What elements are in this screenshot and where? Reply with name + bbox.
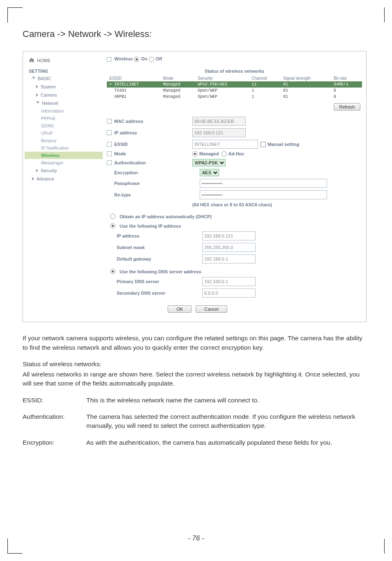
static-dns-radio[interactable] (110, 269, 115, 274)
cancel-button[interactable]: Cancel (196, 305, 227, 313)
sidebar-security[interactable]: Security (25, 166, 103, 175)
sidebar-home[interactable]: HOME (25, 55, 103, 66)
static-dns-label: Use the following DNS server address (120, 269, 201, 274)
col-signal: Signal strength (281, 75, 331, 81)
ip2-input[interactable] (202, 231, 256, 240)
static-ip-label: Use the following IP address (120, 224, 181, 229)
sidebar-wireless[interactable]: Wireless (25, 152, 103, 159)
table-header-row: ESSID Mode Security Channel Signal stren… (107, 75, 362, 81)
sidebar-upnp[interactable]: UPnP (25, 129, 103, 137)
square-bullet-icon (107, 119, 112, 124)
dhcp-radio[interactable] (110, 214, 115, 219)
sidebar: HOME SETTING BASIC System Camera Network… (23, 51, 103, 322)
sidebar-system-label: System (41, 84, 56, 89)
auth-term: Authentication: (23, 412, 86, 431)
home-label: HOME (37, 58, 51, 63)
ip-label: IP address (114, 130, 137, 135)
mode-label: Mode (114, 151, 126, 156)
passphrase-input[interactable] (200, 179, 327, 188)
col-essid: ESSID (107, 75, 161, 81)
enc-term: Encryption: (23, 438, 86, 447)
primary-dns-input[interactable] (202, 277, 256, 286)
table-row[interactable]: TX381 Managed Open/WEP 1 61 0 (107, 88, 362, 94)
sidebar-security-label: Security (41, 168, 57, 173)
gateway-input[interactable] (202, 254, 256, 263)
encryption-label: Encryption (114, 170, 138, 175)
ip-input (192, 128, 246, 137)
status-title: Status of wireless networks (107, 69, 362, 74)
intro-paragraph: If your network camera supports wireless… (23, 334, 369, 352)
sidebar-basic-label: BASIC (38, 76, 51, 81)
wireless-off-radio[interactable] (149, 57, 154, 62)
table-row[interactable]: XRPB1 Managed Open/WEP 1 61 0 (107, 94, 362, 100)
subnet-input[interactable] (202, 243, 256, 252)
wireless-on-radio[interactable] (134, 57, 139, 62)
crop-mark (384, 7, 385, 22)
square-bullet-icon (107, 130, 112, 135)
sidebar-network[interactable]: Network (25, 99, 103, 107)
sidebar-pppoe[interactable]: PPPoE (25, 115, 103, 122)
table-row[interactable]: > INTELLINET Managed WPA2-PSK/AES 11 91 … (107, 81, 362, 88)
cell-channel: 1 (249, 88, 281, 94)
passphrase-label: Passphrase (114, 181, 140, 186)
retype-label: Re-type (114, 192, 131, 197)
cell-channel: 11 (249, 81, 281, 88)
page-number: - 76 - (0, 534, 392, 543)
col-mode: Mode (161, 75, 195, 81)
cell-mode: Managed (161, 88, 195, 94)
dhcp-label: Obtain an IP address automatically (DHCP… (120, 214, 212, 219)
cell-signal: 61 (281, 94, 331, 100)
auth-body: The camera has selected the correct auth… (86, 412, 369, 431)
sidebar-camera[interactable]: Camera (25, 91, 103, 99)
status-body: All wireless networks in range are shown… (23, 370, 369, 388)
auth-select[interactable]: WPA2-PSK (192, 159, 226, 166)
ok-button[interactable]: OK (168, 305, 191, 313)
sidebar-ipnotification[interactable]: IP Notification (25, 144, 103, 152)
crop-mark (7, 7, 23, 23)
refresh-button[interactable]: Refresh (334, 103, 360, 111)
square-bullet-icon (107, 160, 112, 165)
cell-essid: > INTELLINET (107, 81, 161, 88)
cell-mode: Managed (161, 81, 195, 88)
mode-managed-radio[interactable] (192, 151, 198, 157)
sidebar-basic[interactable]: BASIC (25, 74, 103, 83)
mode-managed-label: Managed (199, 151, 219, 156)
mac-label: MAC address (114, 119, 143, 124)
manual-setting-checkbox[interactable] (261, 142, 266, 147)
col-channel: Channel (249, 75, 281, 81)
sidebar-information[interactable]: Information (25, 107, 103, 115)
manual-setting-label: Manual setting (267, 142, 299, 147)
cell-essid: TX381 (107, 88, 161, 94)
sidebar-messenger[interactable]: Messenger (25, 159, 103, 166)
ip2-label: IP address (117, 233, 139, 238)
sidebar-advance[interactable]: Advance (25, 175, 103, 183)
static-ip-radio[interactable] (110, 223, 115, 229)
sidebar-ddns[interactable]: DDNS (25, 122, 103, 129)
col-security: Security (195, 75, 249, 81)
gateway-label: Default gateway (117, 256, 151, 261)
cell-mode: Managed (161, 94, 195, 100)
body-text: If your network camera supports wireless… (23, 334, 369, 447)
retype-input[interactable] (200, 190, 327, 199)
wireless-toggle-row: Wireless On Off (107, 55, 362, 66)
secondary-dns-input[interactable] (202, 289, 256, 298)
sidebar-network-label: Network (42, 101, 58, 106)
cell-signal: 61 (281, 88, 331, 94)
wireless-on-label: On (141, 56, 147, 61)
wireless-scan-table: ESSID Mode Security Channel Signal stren… (107, 75, 362, 100)
sidebar-camera-label: Camera (41, 92, 57, 97)
cell-security: Open/WEP (195, 88, 249, 94)
enc-body: As with the authentication, the camera h… (86, 438, 369, 447)
essid-label: ESSID (114, 142, 128, 147)
essid-input[interactable] (192, 140, 258, 149)
cell-bitrate: 0 (331, 88, 362, 94)
mode-adhoc-radio[interactable] (221, 151, 227, 157)
sidebar-bonjour[interactable]: Bonjour (25, 137, 103, 144)
cell-signal: 91 (281, 81, 331, 88)
square-bullet-icon (107, 57, 111, 62)
col-bitrate: Bit rate (331, 75, 362, 81)
home-icon (29, 57, 35, 64)
encryption-select[interactable]: AES (200, 169, 219, 176)
status-heading: Status of wireless networks: (23, 360, 369, 369)
sidebar-system[interactable]: System (25, 83, 103, 91)
